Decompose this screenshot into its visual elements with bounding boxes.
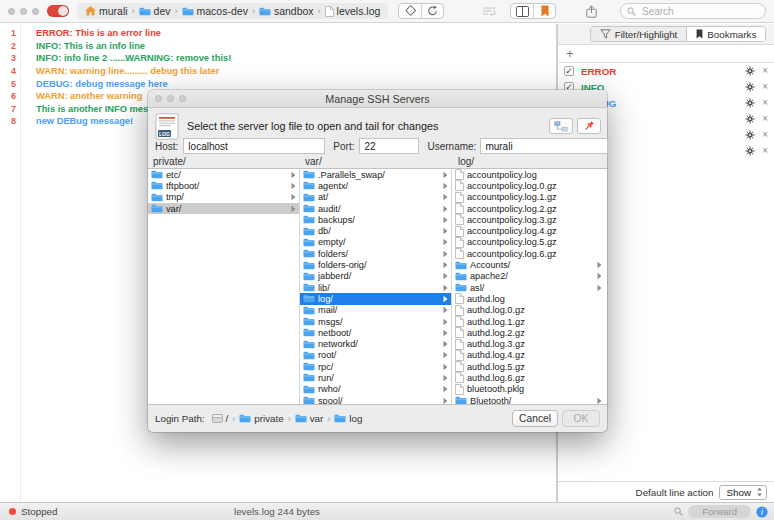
folder-item[interactable]: jabberd/ [300,271,451,282]
share-button[interactable] [580,3,602,19]
tab-bookmarks[interactable]: Bookmarks [686,27,765,41]
folder-item[interactable]: .Parallels_swap/ [300,169,451,180]
file-item[interactable]: accountpolicy.log.6.gz [452,248,605,259]
folder-item[interactable]: lib/ [300,282,451,293]
browser-column[interactable]: etc/ tftpboot/ tmp/ var/ [148,169,300,404]
close-window-button[interactable] [8,8,15,15]
breadcrumb-item[interactable]: levels.log [325,5,381,17]
folder-item[interactable]: root/ [300,350,451,361]
add-bookmark-button[interactable]: + [566,47,574,60]
browser-column[interactable]: .Parallels_swap/ agentx/ at/ audit/ back… [300,169,452,404]
forward-button[interactable]: Forward [688,505,751,518]
network-browse-button[interactable] [549,118,573,134]
log-line[interactable]: 4 WARN: warning line......... debug this… [0,65,556,78]
path-segment[interactable]: log [334,413,362,424]
search-field[interactable] [620,3,766,19]
file-item[interactable]: accountpolicy.log.0.gz [452,180,605,191]
path-segment[interactable]: var [295,413,324,424]
folder-item[interactable]: db/ [300,225,451,236]
info-button[interactable]: i [756,506,768,518]
line-action-select[interactable]: Show [719,485,767,500]
ok-button[interactable]: OK [562,410,600,427]
zoom-window-button[interactable] [32,8,39,15]
file-item[interactable]: accountpolicy.log.5.gz [452,237,605,248]
tab-filter-highlight[interactable]: Filter/Highlight [591,27,687,41]
breadcrumb-item[interactable]: murali [85,5,128,17]
folder-item[interactable]: folders-orig/ [300,259,451,270]
folder-item[interactable]: apache2/ [452,271,605,282]
folder-item[interactable]: tftpboot/ [148,180,299,191]
remove-button[interactable]: × [762,130,768,140]
checkbox[interactable]: ✓ [564,66,574,76]
folder-item[interactable]: rwho/ [300,384,451,395]
file-item[interactable]: authd.log.5.gz [452,361,605,372]
file-item[interactable]: accountpolicy.log.3.gz [452,214,605,225]
folder-item[interactable]: tmp/ [148,192,299,203]
folder-item[interactable]: audit/ [300,203,451,214]
folder-item[interactable]: var/ [148,203,299,214]
search-input[interactable] [640,5,750,18]
folder-item[interactable]: etc/ [148,169,299,180]
folder-item[interactable]: Bluetooth/ [452,395,605,404]
minimize-window-button[interactable] [20,8,27,15]
host-field[interactable] [183,138,325,154]
cancel-button[interactable]: Cancel [512,410,558,427]
dialog-titlebar[interactable]: Manage SSH Servers [148,90,607,108]
file-item[interactable]: authd.log.4.gz [452,350,605,361]
gear-button[interactable] [745,66,755,76]
folder-item[interactable]: rpc/ [300,361,451,372]
folder-item[interactable]: backups/ [300,214,451,225]
gear-button[interactable] [745,98,755,108]
wrap-lines-button[interactable] [478,3,500,19]
breadcrumb-item[interactable]: macos-dev [182,5,248,17]
file-item[interactable]: accountpolicy.log [452,169,605,180]
folder-item[interactable]: msgs/ [300,316,451,327]
remove-button[interactable]: × [762,114,768,124]
file-item[interactable]: authd.log.3.gz [452,338,605,349]
folder-item[interactable]: networkd/ [300,338,451,349]
bookmarks-panel-button[interactable] [533,3,555,19]
file-item[interactable]: authd.log [452,293,605,304]
log-line[interactable]: 2 INFO: This is an info line [0,40,556,53]
folder-item[interactable]: log/ [300,293,451,304]
file-item[interactable]: bluetooth.pklg [452,384,605,395]
browser-column[interactable]: accountpolicy.log accountpolicy.log.0.gz… [452,169,605,404]
find-icon[interactable] [674,507,683,516]
log-line[interactable]: 3 INFO: info line 2 ......WARNING: remov… [0,52,556,65]
gear-button[interactable] [745,82,755,92]
column-view-button[interactable] [511,3,533,19]
file-item[interactable]: accountpolicy.log.1.gz [452,192,605,203]
path-segment[interactable]: private [239,413,283,424]
tail-toggle-switch[interactable] [47,5,69,17]
path-segment[interactable]: / [212,413,229,424]
file-item[interactable]: accountpolicy.log.2.gz [452,203,605,214]
folder-item[interactable]: Accounts/ [452,259,605,270]
folder-item[interactable]: folders/ [300,248,451,259]
file-item[interactable]: accountpolicy.log.4.gz [452,225,605,236]
folder-item[interactable]: mail/ [300,305,451,316]
breadcrumb-item[interactable]: sandbox [259,5,314,17]
folder-item[interactable]: asl/ [452,282,605,293]
log-line[interactable]: 1 ERROR: This is an error line [0,27,556,40]
folder-item[interactable]: run/ [300,372,451,383]
file-item[interactable]: authd.log.2.gz [452,327,605,338]
log-line[interactable]: 5 DEBUG: debug message here [0,77,556,90]
folder-item[interactable]: agentx/ [300,180,451,191]
file-item[interactable]: authd.log.0.gz [452,305,605,316]
pin-button[interactable] [577,118,601,134]
file-item[interactable]: authd.log.6.gz [452,372,605,383]
remove-button[interactable]: × [762,82,768,92]
gear-button[interactable] [745,146,755,156]
remove-button[interactable]: × [762,66,768,76]
folder-item[interactable]: at/ [300,192,451,203]
folder-item[interactable]: netboot/ [300,327,451,338]
refresh-button[interactable] [421,3,443,19]
username-field[interactable] [480,138,608,154]
gear-button[interactable] [745,130,755,140]
breadcrumb-item[interactable]: dev [139,5,171,17]
remove-button[interactable]: × [762,146,768,156]
clear-log-button[interactable] [399,3,421,19]
gear-button[interactable] [745,114,755,124]
folder-item[interactable]: empty/ [300,237,451,248]
remove-button[interactable]: × [762,98,768,108]
